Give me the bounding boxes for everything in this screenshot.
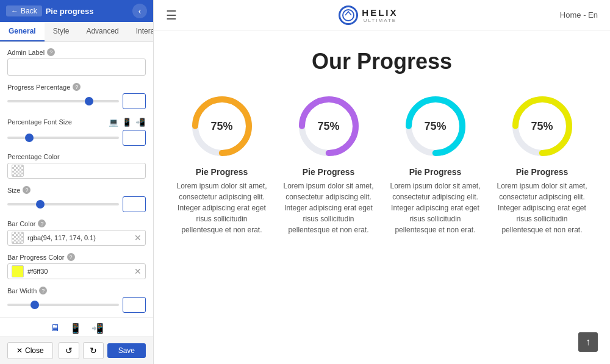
panel-footer-devices: 🖥 📱 📲	[0, 317, 153, 337]
logo: HELIX ULTIMATE	[339, 5, 398, 25]
bar-progress-color-swatch	[12, 265, 24, 277]
bar-width-label: Bar Width ?	[7, 287, 146, 294]
bar-progress-color-group: Bar Progress Color ? #f6ff30 ✕	[7, 253, 146, 279]
footer-tablet-icon[interactable]: 📱	[70, 323, 82, 334]
bar-progress-color-row[interactable]: #f6ff30 ✕	[7, 263, 146, 279]
left-panel: ← Back Pie progress ‹ General Style Adva…	[0, 0, 154, 364]
panel-header-left: ← Back Pie progress	[6, 5, 93, 16]
progress-percentage-help-icon[interactable]: ?	[73, 83, 81, 91]
tablet-icon[interactable]: 📱	[121, 116, 132, 127]
progress-cards: 75% Pie Progress Lorem ipsum dolor sit a…	[166, 93, 598, 235]
font-size-value-input[interactable]: 24	[123, 130, 146, 146]
percentage-color-swatch	[12, 165, 24, 177]
desktop-icon[interactable]: 💻	[108, 116, 119, 127]
font-size-label: Percentage Font Size	[7, 118, 72, 126]
bar-width-slider[interactable]	[7, 304, 119, 306]
scroll-to-top-button[interactable]: ↑	[578, 332, 598, 352]
close-label: Close	[25, 346, 44, 355]
bar-color-label: Bar Color ?	[7, 219, 146, 227]
panel-title: Pie progress	[46, 7, 94, 16]
close-x-icon: ✕	[16, 346, 23, 355]
pie-wrapper-0: 75%	[188, 93, 256, 160]
back-label: Back	[21, 7, 37, 15]
bar-progress-color-help-icon[interactable]: ?	[67, 253, 75, 261]
progress-slider-row: 75	[7, 93, 146, 109]
logo-text-group: HELIX ULTIMATE	[362, 7, 398, 23]
pie-label-0: 75%	[210, 120, 232, 133]
admin-label-input[interactable]	[7, 59, 146, 76]
card-desc-3: Lorem ipsum dolor sit amet, consectetur …	[495, 180, 589, 235]
size-value-input[interactable]: 148	[123, 196, 146, 212]
font-size-slider[interactable]	[7, 137, 119, 139]
back-button[interactable]: ← Back	[6, 5, 42, 16]
bar-progress-color-clear-icon[interactable]: ✕	[134, 266, 142, 276]
panel-chevron-button[interactable]: ‹	[132, 4, 147, 18]
logo-circle-icon	[339, 5, 358, 25]
site-content: Our Progress 75% Pie Progress Lorem ipsu…	[154, 30, 610, 364]
bar-width-value-input[interactable]: 12	[123, 297, 146, 313]
bar-color-clear-icon[interactable]: ✕	[134, 233, 142, 243]
nav-links: Home - En	[560, 10, 598, 20]
font-size-group: Percentage Font Size 💻 📱 📲 24	[7, 116, 146, 146]
size-slider-row: 148	[7, 196, 146, 212]
bar-color-text: rgba(94, 117, 174, 0.1)	[27, 234, 131, 241]
size-help-icon[interactable]: ?	[23, 186, 30, 194]
bar-width-help-icon[interactable]: ?	[39, 287, 47, 294]
device-icons: 💻 📱 📲	[108, 116, 146, 127]
card-title-1: Pie Progress	[303, 167, 355, 177]
footer-desktop-icon[interactable]: 🖥	[50, 323, 60, 334]
bar-color-swatch	[12, 232, 24, 244]
size-slider[interactable]	[7, 203, 119, 205]
card-title-0: Pie Progress	[196, 167, 248, 177]
progress-value-input[interactable]: 75	[123, 93, 146, 109]
right-panel: ☰ HELIX ULTIMATE Home - En Our Progress	[154, 0, 610, 364]
logo-svg	[342, 9, 355, 22]
pie-label-1: 75%	[317, 120, 339, 133]
bar-color-help-icon[interactable]: ?	[38, 219, 46, 227]
card-title-3: Pie Progress	[516, 167, 569, 177]
size-label: Size ?	[7, 186, 146, 194]
tab-bar: General Style Advanced Interaction	[0, 22, 153, 42]
percentage-color-label: Percentage Color	[7, 153, 146, 160]
bar-progress-color-text: #f6ff30	[27, 268, 131, 275]
card-desc-2: Lorem ipsum dolor sit amet, consectetur …	[388, 180, 483, 235]
card-title-2: Pie Progress	[409, 167, 462, 177]
hamburger-icon[interactable]: ☰	[166, 8, 177, 23]
footer-mobile-icon[interactable]: 📲	[92, 323, 104, 334]
percentage-color-row[interactable]	[7, 163, 146, 179]
logo-name: HELIX	[362, 7, 398, 18]
redo-button[interactable]: ↻	[83, 342, 104, 359]
save-button[interactable]: Save	[107, 343, 146, 358]
bar-color-row[interactable]: rgba(94, 117, 174, 0.1) ✕	[7, 230, 146, 246]
progress-percentage-group: Progress Percentage ? 75	[7, 83, 146, 109]
progress-percentage-label: Progress Percentage ?	[7, 83, 146, 91]
progress-card-2: 75% Pie Progress Lorem ipsum dolor sit a…	[388, 93, 483, 235]
close-button[interactable]: ✕ Close	[7, 342, 53, 359]
admin-label-help-icon[interactable]: ?	[47, 48, 55, 56]
site-header: ☰ HELIX ULTIMATE Home - En	[154, 0, 610, 30]
action-group: ↺ ↻ Save	[59, 342, 146, 359]
size-group: Size ? 148	[7, 186, 146, 212]
panel-header: ← Back Pie progress ‹	[0, 0, 153, 22]
bar-color-group: Bar Color ? rgba(94, 117, 174, 0.1) ✕	[7, 219, 146, 246]
logo-subtext: ULTIMATE	[362, 18, 398, 23]
font-size-slider-row: 24	[7, 130, 146, 146]
pie-wrapper-1: 75%	[295, 93, 362, 160]
tab-style[interactable]: Style	[45, 22, 78, 41]
progress-slider[interactable]	[7, 100, 119, 102]
back-arrow-icon: ←	[11, 7, 18, 15]
font-size-header: Percentage Font Size 💻 📱 📲	[7, 116, 146, 130]
bar-progress-color-label: Bar Progress Color ?	[7, 253, 146, 261]
panel-body: Admin Label ? Progress Percentage ? 75 P…	[0, 42, 153, 317]
undo-button[interactable]: ↺	[59, 342, 79, 359]
pie-wrapper-2: 75%	[402, 93, 469, 160]
percentage-color-group: Percentage Color	[7, 153, 146, 179]
tab-general[interactable]: General	[0, 22, 45, 41]
card-desc-1: Lorem ipsum dolor sit amet, consectetur …	[281, 180, 376, 235]
tab-advanced[interactable]: Advanced	[77, 22, 127, 41]
admin-label-label: Admin Label ?	[7, 48, 146, 56]
panel-actions: ✕ Close ↺ ↻ Save	[0, 337, 153, 364]
tab-interaction[interactable]: Interaction	[127, 22, 154, 41]
pie-wrapper-3: 75%	[509, 93, 576, 160]
mobile-icon[interactable]: 📲	[135, 116, 146, 127]
